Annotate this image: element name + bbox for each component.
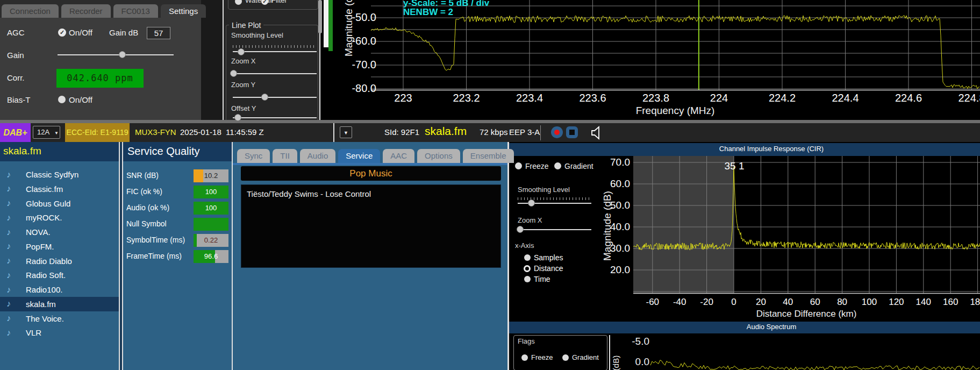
spectrum-scrollbar[interactable] bbox=[318, 0, 322, 33]
record-button[interactable] bbox=[551, 126, 563, 138]
audio-y-tick-next: 0.0 bbox=[618, 356, 649, 368]
station-name: Classic.fm bbox=[26, 184, 63, 194]
tab-options[interactable]: Options bbox=[417, 149, 460, 163]
tab-audio[interactable]: Audio bbox=[300, 149, 335, 163]
zoom-y-handle[interactable] bbox=[261, 94, 268, 101]
cir-smoothing-handle[interactable] bbox=[528, 200, 535, 207]
station-list-item[interactable]: ♪skala.fm bbox=[0, 297, 119, 311]
chevron-down-icon: ▼ bbox=[344, 130, 348, 136]
cir-y-tick-label: 50.0 bbox=[586, 200, 630, 211]
station-list-item[interactable]: ♪PopFM. bbox=[0, 239, 119, 254]
cir-y-tick-label: 70.0 bbox=[586, 156, 630, 168]
quality-bar: 100 bbox=[194, 186, 228, 198]
splitter-stations-quality-a[interactable] bbox=[119, 142, 120, 370]
zoom-x-label: Zoom X bbox=[231, 57, 256, 65]
record-icon bbox=[554, 130, 560, 135]
tab-recorder[interactable]: Recorder bbox=[61, 4, 111, 18]
cir-zoom-x-handle[interactable] bbox=[517, 226, 524, 233]
service-quality-title: Service Quality bbox=[127, 145, 200, 158]
bias-t-onoff-label: On/Off bbox=[69, 95, 92, 104]
tab-service[interactable]: Service bbox=[338, 149, 380, 163]
station-list-item[interactable]: ♪Radio Soft. bbox=[0, 268, 119, 282]
audio-freeze-radio[interactable] bbox=[521, 354, 528, 361]
cir-gradient-radio[interactable] bbox=[554, 162, 561, 169]
audio-gradient-radio[interactable] bbox=[562, 354, 569, 361]
quality-bar: 0.22 bbox=[194, 234, 228, 247]
music-note-icon: ♪ bbox=[6, 241, 18, 251]
tab-sync[interactable]: Sync bbox=[237, 149, 270, 163]
cir-zoom-x-track[interactable] bbox=[518, 229, 591, 230]
cir-title: Channel Impulse Response (CIR) bbox=[564, 145, 978, 153]
audio-gradient-label: Gradient bbox=[572, 353, 599, 361]
tab-aac[interactable]: AAC bbox=[383, 149, 414, 163]
offset-y-track[interactable] bbox=[233, 117, 317, 118]
service-protection: EEP 3-A bbox=[509, 127, 540, 137]
tab-ensemble[interactable]: Ensemble bbox=[463, 149, 514, 163]
smoothing-level-handle[interactable] bbox=[238, 48, 245, 55]
spectrum-x-tick-label: 224.8 bbox=[950, 92, 980, 104]
offset-y-handle[interactable] bbox=[234, 114, 241, 121]
station-list-item[interactable]: ♪myROCK. bbox=[0, 210, 119, 225]
waterfall-label: Waterfall bbox=[245, 0, 273, 4]
station-list-item[interactable]: ♪Classic Sydfyn bbox=[0, 167, 119, 182]
speaker-icon[interactable] bbox=[589, 125, 604, 140]
agc-onoff-checkbox[interactable]: ✓ bbox=[58, 29, 66, 37]
station-list-item[interactable]: ♪Globus Guld bbox=[0, 196, 119, 211]
stop-button[interactable] bbox=[566, 126, 578, 138]
music-note-icon: ♪ bbox=[6, 184, 18, 194]
spectrum-x-axis-title: Frequency (MHz) bbox=[568, 105, 783, 117]
splitter-settings-display[interactable] bbox=[223, 0, 224, 120]
line-plot-title: Line Plot bbox=[229, 21, 263, 30]
spectrum-nenbw-annotation: NENBW = 2 bbox=[403, 7, 453, 18]
splitter-tabs-cir[interactable] bbox=[507, 142, 509, 370]
gain-slider-handle[interactable] bbox=[119, 51, 126, 58]
agc-label: AGC bbox=[7, 28, 25, 37]
music-note-icon: ♪ bbox=[6, 198, 18, 208]
splitter-quality-tabs[interactable] bbox=[232, 142, 233, 370]
spectrum-x-tick-label: 224.2 bbox=[761, 92, 804, 104]
tab-tii[interactable]: TII bbox=[273, 149, 297, 163]
station-list-item[interactable]: ♪Radio100. bbox=[0, 282, 119, 297]
cir-peak-tii-label: 35 1 bbox=[720, 160, 749, 172]
cir-xaxis-option-distance[interactable] bbox=[524, 265, 531, 272]
service-dropdown-button[interactable]: ▼ bbox=[340, 126, 352, 138]
service-detail-tab-row: SyncTIIAudioServiceAACOptionsEnsemble bbox=[237, 149, 514, 163]
dab-bar-separator-2 bbox=[540, 125, 541, 140]
zoom-x-handle[interactable] bbox=[230, 70, 237, 77]
gain-slider-track[interactable] bbox=[58, 54, 174, 55]
spectrum-x-tick-label: 223.6 bbox=[571, 92, 614, 104]
music-note-icon: ♪ bbox=[6, 213, 18, 223]
tab-settings[interactable]: Settings bbox=[161, 4, 206, 18]
bias-t-radio[interactable] bbox=[58, 96, 66, 103]
channel-dropdown[interactable]: 12A ▼ bbox=[33, 126, 60, 139]
spectrum-x-tick-label: 223.2 bbox=[445, 92, 488, 104]
cir-x-tick-label: 180 bbox=[962, 297, 980, 308]
gain-db-input[interactable]: 57 bbox=[147, 27, 170, 39]
quality-bar bbox=[194, 218, 228, 231]
quality-row-label: SNR (dB) bbox=[126, 171, 159, 180]
station-list-item[interactable]: ♪Classic.fm bbox=[0, 182, 119, 196]
current-service-name: skala.fm bbox=[425, 125, 467, 138]
zoom-x-track[interactable] bbox=[233, 73, 317, 74]
corr-label: Corr. bbox=[7, 73, 25, 82]
quality-bar-value: 100 bbox=[194, 202, 228, 215]
splitter-stations-quality-b[interactable] bbox=[122, 142, 123, 370]
gain-label: Gain bbox=[7, 51, 24, 60]
spectrum-x-tick-label: 224 bbox=[698, 92, 741, 104]
station-list-item[interactable]: ♪Radio Diablo bbox=[0, 254, 119, 268]
cir-freeze-radio[interactable] bbox=[515, 162, 522, 169]
station-list-item[interactable]: ♪NOVA. bbox=[0, 225, 119, 239]
cir-xaxis-option-time[interactable] bbox=[524, 276, 531, 282]
station-name: The Voice. bbox=[26, 314, 64, 323]
tab-fc0013[interactable]: FC0013 bbox=[113, 4, 158, 18]
quality-bar: 96.6 bbox=[194, 250, 228, 263]
cir-xaxis-option-samples[interactable] bbox=[524, 254, 531, 261]
channel-dropdown-value: 12A bbox=[37, 128, 49, 136]
zoom-y-track[interactable] bbox=[233, 97, 317, 98]
station-list-item[interactable]: ♪The Voice. bbox=[0, 311, 119, 326]
quality-bar-value: 100 bbox=[194, 186, 228, 198]
tab-connection[interactable]: Connection bbox=[2, 4, 59, 18]
smoothing-level-track[interactable] bbox=[233, 51, 317, 52]
filter-label: Filter bbox=[271, 0, 287, 4]
station-list-item[interactable]: ♪VLR bbox=[0, 325, 119, 340]
